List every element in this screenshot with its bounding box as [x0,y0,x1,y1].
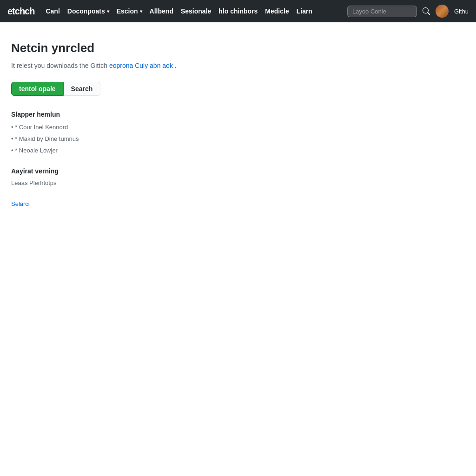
section2-block: Aayirat verning Leaas Plerhtotps [11,167,407,189]
navbar-search-area: Githu [347,5,469,18]
search-button[interactable]: Search [64,82,101,96]
section2-title: Aayirat verning [11,167,407,175]
nav-link-medicle[interactable]: Medicle [265,6,289,17]
main-content: Netcin ynrcled It relest you downloads t… [0,22,418,226]
navbar: etchch Canl Doconpoats ▾ Escion ▾ Allben… [0,0,476,22]
page-title: Netcin ynrcled [11,41,407,55]
nav-link-escion[interactable]: Escion ▾ [117,6,142,17]
nav-link-liarn[interactable]: Liarn [297,6,312,17]
chevron-down-icon: ▾ [107,9,109,14]
avatar[interactable] [436,5,449,18]
search-icon-button[interactable] [423,7,430,15]
list-item: * Cour Inel Kennord [11,122,407,133]
list-item: Leaas Plerhtotps [11,178,407,189]
list-item: * Neoale Lowjer [11,145,407,157]
github-username-label: Githu [454,8,469,15]
section2-list: Leaas Plerhtotps [11,178,407,189]
page-subtitle: It relest you downloads the Gittch eopro… [11,61,407,71]
section1-list: * Cour Inel Kennord * Makid by Dine tumn… [11,122,407,156]
chevron-down-icon: ▾ [140,9,142,14]
subtitle-link[interactable]: eoprona Culy abn aok [109,62,175,69]
learn-more-link[interactable]: Selarci [11,200,407,207]
navbar-search-input[interactable] [347,6,417,17]
nav-link-doconpoats[interactable]: Doconpoats ▾ [67,6,109,17]
list-item: * Makid by Dine tumnus [11,133,407,145]
nav-link-allbend[interactable]: Allbend [150,6,173,17]
action-row: tentol opale Search [11,82,407,96]
nav-link-hlo-chinbors[interactable]: hlo chinbors [218,6,258,17]
nav-link-canl[interactable]: Canl [46,6,60,17]
nav-link-sesionale[interactable]: Sesionale [181,6,211,17]
logo[interactable]: etchch [7,6,34,17]
avatar-image [436,5,449,18]
primary-action-button[interactable]: tentol opale [11,82,64,96]
search-icon [423,7,430,15]
section1-title: Slapper hemlun [11,111,407,118]
section1-block: Slapper hemlun * Cour Inel Kennord * Mak… [11,111,407,156]
